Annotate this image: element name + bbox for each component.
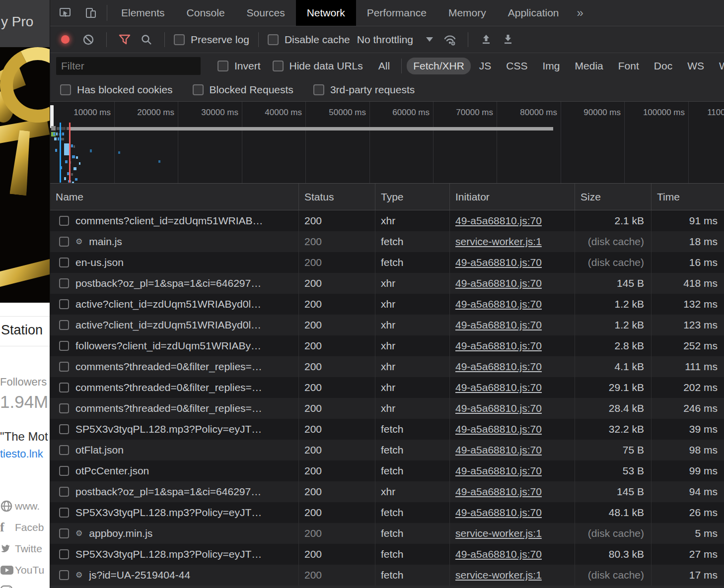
tab-application[interactable]: Application <box>497 0 570 26</box>
timeline-drag-handle[interactable] <box>50 105 54 128</box>
filter-chip-w[interactable]: W <box>713 58 724 74</box>
has-blocked-cookies-checkbox[interactable] <box>60 84 71 95</box>
row-checkbox[interactable] <box>59 341 69 351</box>
name-cell[interactable]: postback?oz_pl=1&spa=1&ci=646297… <box>50 273 299 294</box>
row-checkbox[interactable] <box>59 466 69 476</box>
name-cell[interactable]: otPcCenter.json <box>50 460 299 481</box>
name-cell[interactable]: ⚙appboy.min.js <box>50 523 299 544</box>
row-checkbox[interactable] <box>59 258 69 267</box>
table-row[interactable]: comments?threaded=0&filter_replies=…200x… <box>50 377 724 398</box>
hide-data-urls-checkbox[interactable] <box>273 61 284 71</box>
initiator-link[interactable]: 49-a5a68810.js:70 <box>455 507 542 519</box>
table-row[interactable]: otPcCenter.json200fetch49-a5a68810.js:70… <box>50 460 724 481</box>
name-cell[interactable]: active?client_id=zdUqm51WRIAByd0l… <box>50 294 299 315</box>
table-row[interactable]: ⚙js?id=UA-2519404-44200fetchservice-work… <box>50 565 724 586</box>
row-checkbox[interactable] <box>59 320 69 330</box>
column-header-status[interactable]: Status <box>299 184 375 210</box>
row-checkbox[interactable] <box>59 424 69 434</box>
bio-link[interactable]: tiesto.lnk <box>0 448 43 460</box>
initiator-link[interactable]: 49-a5a68810.js:70 <box>455 215 542 227</box>
hide-data-urls-toggle[interactable]: Hide data URLs <box>273 60 363 72</box>
name-cell[interactable]: SP5X3v3tyqPL.128.mp3?Policy=eyJT… <box>50 419 299 440</box>
table-row[interactable]: SP5X3v3tyqPL.128.mp3?Policy=eyJT…200fetc… <box>50 419 724 440</box>
initiator-link[interactable]: 49-a5a68810.js:70 <box>455 319 542 331</box>
row-checkbox[interactable] <box>59 445 69 455</box>
initiator-link[interactable]: 49-a5a68810.js:70 <box>455 382 542 393</box>
blocked-requests-toggle[interactable]: Blocked Requests <box>193 84 293 96</box>
filter-chip-img[interactable]: Img <box>536 58 567 74</box>
filter-chip-css[interactable]: CSS <box>500 58 534 74</box>
initiator-link[interactable]: 49-a5a68810.js:70 <box>455 486 542 498</box>
name-cell[interactable]: SP5X3v3tyqPL.128.mp3?Policy=eyJT… <box>50 502 299 523</box>
social-link[interactable]: YouTu <box>0 559 50 581</box>
disable-cache-checkbox[interactable] <box>268 34 279 45</box>
name-cell[interactable]: comments?client_id=zdUqm51WRIAB… <box>50 210 299 231</box>
third-party-checkbox[interactable] <box>313 84 324 95</box>
clear-icon[interactable] <box>79 31 97 49</box>
name-cell[interactable]: ⚙main.js <box>50 231 299 252</box>
initiator-link[interactable]: 49-a5a68810.js:70 <box>455 423 542 435</box>
row-checkbox[interactable] <box>59 383 69 392</box>
initiator-link[interactable]: 49-a5a68810.js:70 <box>455 340 542 352</box>
table-row[interactable]: otFlat.json200fetch49-a5a68810.js:7075 B… <box>50 440 724 460</box>
name-cell[interactable]: otFlat.json <box>50 440 299 460</box>
initiator-link[interactable]: 49-a5a68810.js:70 <box>455 402 542 414</box>
name-cell[interactable]: SP5X3v3tyqPL.128.mp3?Policy=eyJT… <box>50 544 299 565</box>
table-row[interactable]: active?client_id=zdUqm51WRIAByd0l…200xhr… <box>50 315 724 335</box>
tab-console[interactable]: Console <box>176 0 236 26</box>
import-har-icon[interactable] <box>477 31 495 49</box>
table-row[interactable]: postback?oz_pl=1&spa=1&ci=646297…200xhr4… <box>50 273 724 294</box>
initiator-link[interactable]: 49-a5a68810.js:70 <box>455 444 542 456</box>
row-checkbox[interactable] <box>59 403 69 413</box>
row-checkbox[interactable] <box>59 570 69 580</box>
initiator-link[interactable]: service-worker.js:1 <box>455 527 542 539</box>
initiator-link[interactable]: 49-a5a68810.js:70 <box>455 361 542 373</box>
table-row[interactable]: comments?client_id=zdUqm51WRIAB…200xhr49… <box>50 210 724 231</box>
social-link[interactable]: fFaceb <box>0 517 50 538</box>
more-tabs-chevron[interactable]: » <box>570 0 590 26</box>
filter-chip-media[interactable]: Media <box>569 58 610 74</box>
column-header-type[interactable]: Type <box>375 184 450 210</box>
row-checkbox[interactable] <box>59 528 69 538</box>
row-checkbox[interactable] <box>59 487 69 497</box>
initiator-link[interactable]: 49-a5a68810.js:70 <box>455 257 542 268</box>
table-row[interactable]: comments?threaded=0&filter_replies=…200x… <box>50 356 724 377</box>
tab-elements[interactable]: Elements <box>110 0 176 26</box>
tab-sources[interactable]: Sources <box>236 0 296 26</box>
blocked-requests-checkbox[interactable] <box>193 84 204 95</box>
row-checkbox[interactable] <box>59 549 69 559</box>
name-cell[interactable]: ⚙js?id=UA-2519404-44 <box>50 565 299 586</box>
initiator-link[interactable]: service-worker.js:1 <box>455 236 542 248</box>
tab-network[interactable]: Network <box>296 0 356 26</box>
table-row[interactable]: ⚙appboy.min.js200fetchservice-worker.js:… <box>50 523 724 544</box>
export-har-icon[interactable] <box>499 31 517 49</box>
filter-chip-font[interactable]: Font <box>612 58 646 74</box>
filter-chip-all[interactable]: All <box>372 58 396 74</box>
initiator-link[interactable]: 49-a5a68810.js:70 <box>455 277 542 289</box>
invert-checkbox[interactable] <box>217 61 228 71</box>
name-cell[interactable]: en-us.json <box>50 252 299 273</box>
column-header-size[interactable]: Size <box>575 184 652 210</box>
throttling-select[interactable]: No throttling <box>357 34 433 46</box>
row-checkbox[interactable] <box>59 299 69 309</box>
initiator-link[interactable]: 49-a5a68810.js:70 <box>455 298 542 310</box>
filter-chip-doc[interactable]: Doc <box>648 58 679 74</box>
name-cell[interactable]: followers?client_id=zdUqm51WRIABy… <box>50 335 299 356</box>
social-link[interactable]: Insta <box>0 581 50 588</box>
name-cell[interactable]: comments?threaded=0&filter_replies=… <box>50 356 299 377</box>
row-checkbox[interactable] <box>59 508 69 518</box>
column-header-initiator[interactable]: Initiator <box>450 184 575 210</box>
record-button[interactable] <box>61 35 70 44</box>
network-overview-timeline[interactable]: 10000 ms20000 ms30000 ms40000 ms50000 ms… <box>50 102 724 184</box>
table-row[interactable]: postback?oz_pl=1&spa=1&ci=646297…200xhr4… <box>50 481 724 502</box>
column-header-name[interactable]: Name <box>50 184 299 210</box>
name-cell[interactable]: comments?threaded=0&filter_replies=… <box>50 398 299 419</box>
row-checkbox[interactable] <box>59 362 69 372</box>
initiator-link[interactable]: 49-a5a68810.js:70 <box>455 548 542 560</box>
table-row[interactable]: en-us.json200fetch49-a5a68810.js:70(disk… <box>50 252 724 273</box>
filter-chip-js[interactable]: JS <box>473 58 498 74</box>
table-row[interactable]: SP5X3v3tyqPL.128.mp3?Policy=eyJT…200fetc… <box>50 544 724 565</box>
filter-icon[interactable] <box>116 31 134 49</box>
column-header-time[interactable]: Time <box>652 184 724 210</box>
table-row[interactable]: comments?threaded=0&filter_replies=…200x… <box>50 398 724 419</box>
